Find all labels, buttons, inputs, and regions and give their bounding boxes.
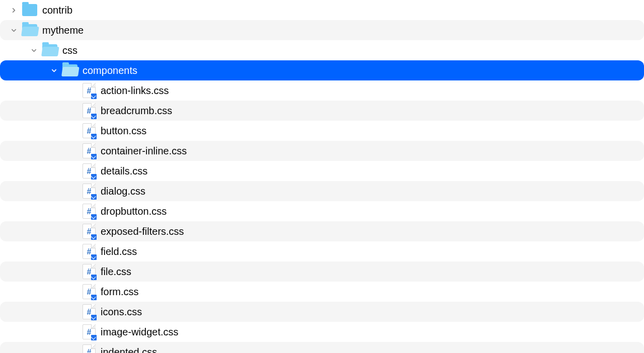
file-row[interactable]: #image-widget.css xyxy=(0,322,644,342)
css-file-icon: # xyxy=(83,324,96,339)
file-label: button.css xyxy=(101,125,146,137)
file-tree: contribmythemecsscomponents#action-links… xyxy=(0,0,644,353)
file-label: exposed-filters.css xyxy=(101,226,184,237)
file-row[interactable]: #details.css xyxy=(0,161,644,181)
folder-label: css xyxy=(62,45,77,56)
css-file-icon: # xyxy=(83,83,96,98)
file-label: dialog.css xyxy=(101,186,145,197)
folder-icon xyxy=(22,24,37,36)
file-label: form.css xyxy=(101,286,139,298)
css-file-icon: # xyxy=(83,184,96,199)
folder-row[interactable]: mytheme xyxy=(0,20,644,40)
file-label: dropbutton.css xyxy=(101,206,167,217)
folder-label: mytheme xyxy=(42,25,84,36)
file-row[interactable]: #file.css xyxy=(0,261,644,282)
file-row[interactable]: #form.css xyxy=(0,282,644,302)
file-label: breadcrumb.css xyxy=(101,105,172,117)
file-row[interactable]: #dialog.css xyxy=(0,181,644,201)
file-row[interactable]: #icons.css xyxy=(0,302,644,322)
folder-label: contrib xyxy=(42,5,72,16)
file-label: details.css xyxy=(101,165,147,177)
file-row[interactable]: #action-links.css xyxy=(0,80,644,101)
css-file-icon: # xyxy=(83,244,96,259)
css-file-icon: # xyxy=(83,204,96,219)
css-file-icon: # xyxy=(83,143,96,158)
css-file-icon: # xyxy=(83,224,96,239)
folder-icon xyxy=(62,64,77,76)
css-file-icon: # xyxy=(83,344,96,353)
file-label: container-inline.css xyxy=(101,145,187,157)
file-label: field.css xyxy=(101,246,137,257)
css-file-icon: # xyxy=(83,123,96,138)
css-file-icon: # xyxy=(83,163,96,179)
folder-row[interactable]: components xyxy=(0,60,644,80)
file-label: indented.css xyxy=(101,346,157,354)
chevron-down-icon[interactable] xyxy=(8,28,19,33)
chevron-right-icon[interactable] xyxy=(8,8,19,13)
file-row[interactable]: #container-inline.css xyxy=(0,141,644,161)
css-file-icon: # xyxy=(83,103,96,118)
css-file-icon: # xyxy=(83,264,96,279)
file-label: action-links.css xyxy=(101,85,169,97)
file-label: file.css xyxy=(101,266,131,278)
file-row[interactable]: #button.css xyxy=(0,121,644,141)
folder-icon xyxy=(42,44,57,56)
folder-label: components xyxy=(83,65,137,76)
chevron-down-icon[interactable] xyxy=(48,68,59,73)
folder-icon xyxy=(22,4,37,16)
file-label: icons.css xyxy=(101,306,142,318)
file-row[interactable]: #dropbutton.css xyxy=(0,201,644,221)
file-label: image-widget.css xyxy=(101,326,179,338)
file-row[interactable]: #exposed-filters.css xyxy=(0,221,644,241)
file-row[interactable]: #breadcrumb.css xyxy=(0,101,644,121)
file-row[interactable]: #field.css xyxy=(0,241,644,261)
chevron-down-icon[interactable] xyxy=(28,48,39,53)
css-file-icon: # xyxy=(83,284,96,299)
folder-row[interactable]: css xyxy=(0,40,644,60)
folder-row[interactable]: contrib xyxy=(0,0,644,20)
css-file-icon: # xyxy=(83,304,96,319)
file-row[interactable]: #indented.css xyxy=(0,342,644,353)
